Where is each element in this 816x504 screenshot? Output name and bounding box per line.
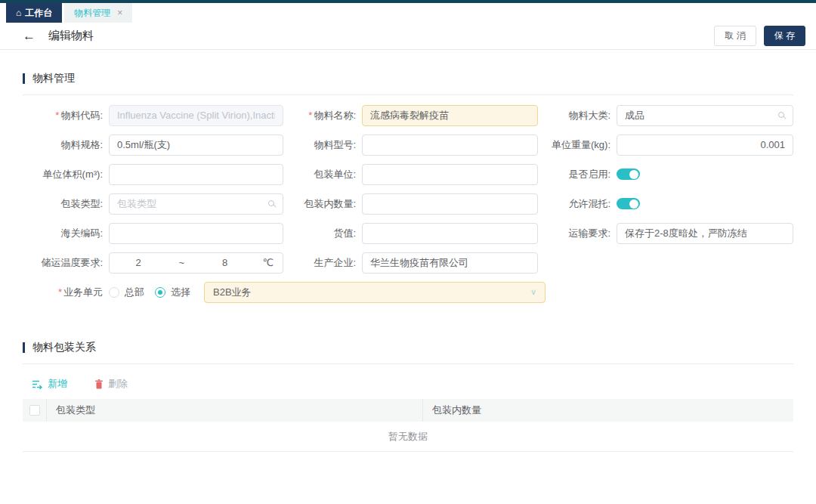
search-icon[interactable]: [778, 112, 784, 118]
page-header: ← 编辑物料 取 消 保 存: [0, 23, 816, 50]
business-unit-radio-hq[interactable]: [109, 287, 119, 298]
section-packaging-label: 物料包装关系: [32, 341, 96, 354]
field-temp-range: 储运温度要求: 2 ~ 8 ℃: [23, 248, 283, 277]
material-category-label: 物料大类:: [538, 109, 617, 122]
manufacturer-input[interactable]: [362, 252, 538, 274]
field-package-unit: 包装单位:: [283, 159, 538, 189]
page-content: 物料管理 *物料代码: *物料名称: 物料大类: 物料规格: 物料型号:: [0, 72, 816, 452]
add-row-label: 新增: [48, 377, 67, 391]
cancel-button[interactable]: 取 消: [714, 26, 756, 46]
field-material-model: 物料型号:: [283, 130, 538, 159]
required-mark: *: [55, 110, 59, 121]
field-business-unit: *业务单元 总部 选择 B2B业务 ∨: [23, 277, 793, 307]
goods-value-input[interactable]: [362, 223, 538, 244]
delete-row-label: 删除: [108, 377, 128, 391]
unit-weight-input[interactable]: [617, 135, 793, 156]
business-unit-radio-select-label: 选择: [171, 286, 190, 299]
packaging-table-header: 包装类型 包装内数量: [23, 399, 793, 422]
header-actions: 取 消 保 存: [714, 26, 805, 46]
section-divider: [23, 94, 793, 95]
empty-state-text: 暂无数据: [23, 422, 793, 452]
temp-max-value[interactable]: 8: [196, 257, 254, 268]
add-list-icon: [32, 379, 43, 389]
tab-workbench[interactable]: ⌂ 工作台: [6, 3, 62, 23]
chevron-down-icon: ∨: [530, 287, 536, 297]
field-customs-code: 海关编码:: [23, 218, 283, 248]
package-type-input[interactable]: [109, 193, 283, 215]
material-category-input[interactable]: [617, 105, 793, 126]
required-mark: *: [308, 110, 312, 121]
package-type-label: 包装类型:: [23, 197, 109, 211]
allow-mixed-toggle[interactable]: [617, 198, 640, 209]
unit-weight-label: 单位重量(kg):: [538, 138, 617, 152]
packaging-table: 包装类型 包装内数量 暂无数据: [23, 399, 793, 452]
temp-range-label: 储运温度要求:: [23, 256, 109, 270]
field-package-inner-qty: 包装内数量:: [283, 189, 538, 218]
header-package-type: 包装类型: [47, 399, 423, 422]
customs-code-input[interactable]: [109, 223, 283, 244]
header-checkbox-cell: [23, 399, 47, 422]
manufacturer-label: 生产企业:: [283, 256, 362, 270]
page-title: 编辑物料: [48, 29, 94, 43]
business-unit-select[interactable]: B2B业务 ∨: [204, 282, 546, 303]
add-row-button[interactable]: 新增: [32, 377, 67, 391]
field-manufacturer: 生产企业:: [283, 248, 538, 277]
tab-workbench-label: 工作台: [25, 7, 52, 20]
package-inner-qty-input[interactable]: [362, 193, 538, 215]
field-empty: [538, 248, 793, 277]
business-unit-radio-hq-label: 总部: [125, 286, 144, 299]
close-icon[interactable]: ×: [117, 8, 122, 17]
section-material-label: 物料管理: [32, 72, 75, 85]
business-unit-radio-select[interactable]: [155, 287, 165, 298]
field-unit-weight: 单位重量(kg):: [538, 130, 793, 159]
material-name-input[interactable]: [362, 105, 538, 126]
section-divider: [23, 363, 793, 364]
trash-icon: [94, 379, 104, 389]
field-unit-volume: 单位体积(m³):: [23, 159, 283, 189]
transport-req-input[interactable]: [617, 223, 793, 244]
field-material-code: *物料代码:: [23, 100, 283, 130]
back-arrow-icon[interactable]: ←: [23, 29, 36, 42]
field-package-type: 包装类型:: [23, 189, 283, 218]
package-unit-label: 包装单位:: [283, 168, 362, 181]
field-transport-req: 运输要求:: [538, 218, 793, 248]
field-material-name: *物料名称:: [283, 100, 538, 130]
enable-label: 是否启用:: [538, 168, 617, 181]
allow-mixed-label: 允许混托:: [538, 197, 617, 211]
tab-material-management[interactable]: 物料管理 ×: [64, 3, 132, 23]
goods-value-label: 货值:: [283, 227, 362, 240]
delete-row-button[interactable]: 删除: [94, 377, 128, 391]
material-model-label: 物料型号:: [283, 138, 362, 152]
business-unit-select-value: B2B业务: [213, 286, 252, 299]
select-all-checkbox[interactable]: [29, 405, 40, 416]
section-material-title: 物料管理: [23, 72, 793, 85]
material-name-label: *物料名称:: [283, 109, 362, 122]
material-spec-label: 物料规格:: [23, 138, 109, 152]
required-mark: *: [58, 286, 62, 298]
home-icon: ⌂: [16, 8, 21, 17]
material-model-input[interactable]: [362, 135, 538, 156]
temp-min-value[interactable]: 2: [110, 257, 167, 268]
material-code-label: *物料代码:: [23, 109, 109, 122]
section-bar: [23, 73, 25, 84]
field-material-category: 物料大类:: [538, 100, 793, 130]
section-packaging-title: 物料包装关系: [23, 341, 793, 354]
package-unit-input[interactable]: [362, 164, 538, 185]
search-icon[interactable]: [268, 200, 274, 206]
unit-volume-input[interactable]: [109, 164, 283, 185]
package-inner-qty-label: 包装内数量:: [283, 197, 362, 211]
save-button[interactable]: 保 存: [764, 26, 805, 46]
material-spec-input[interactable]: [109, 135, 283, 156]
enable-toggle[interactable]: [617, 169, 640, 180]
packaging-toolbar: 新增 删除: [23, 377, 793, 391]
field-material-spec: 物料规格:: [23, 130, 283, 159]
field-allow-mixed: 允许混托:: [538, 189, 793, 218]
tab-bar: ⌂ 工作台 物料管理 ×: [0, 3, 816, 23]
section-bar: [23, 342, 25, 353]
material-code-input[interactable]: [109, 105, 283, 126]
field-enable: 是否启用:: [538, 159, 793, 189]
material-form: *物料代码: *物料名称: 物料大类: 物料规格: 物料型号: 单位重量(kg)…: [23, 100, 793, 277]
temp-range-group[interactable]: 2 ~ 8 ℃: [109, 252, 283, 274]
temp-separator: ~: [167, 257, 196, 268]
tab-material-label: 物料管理: [74, 7, 110, 20]
